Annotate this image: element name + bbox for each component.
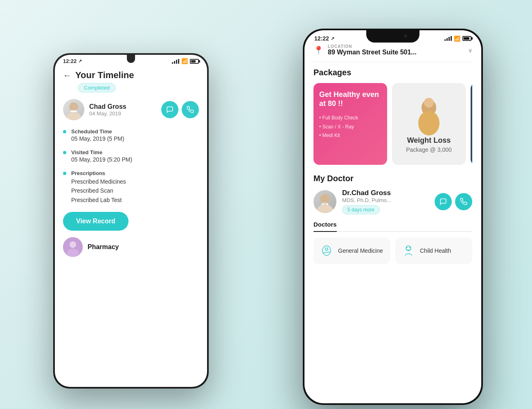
android-notch [127, 55, 135, 63]
svg-point-17 [410, 247, 411, 248]
prescription-item-3: Prescribed Lab Test [71, 196, 199, 204]
timeline-dot-3 [63, 172, 66, 175]
phone-button[interactable] [182, 101, 199, 118]
android-phone: 12:22 ↗ 📶 ← Your Timel [53, 53, 209, 389]
doctors-tab-bar: Doctors [313, 221, 472, 232]
location-address: 89 Wyman Street Suite 501... [328, 49, 464, 56]
visited-time-item: Visited Time 05 May, 2019 (5:20 PM) [63, 149, 199, 163]
prescriptions-label: Prescriptions [71, 170, 199, 176]
iphone-screen: 12:22 ↗ 📶 📍 [304, 30, 481, 403]
package-healthy-title: Get Healthy even at 80 !! [319, 90, 381, 108]
svg-point-11 [320, 194, 330, 204]
general-medicine-label: General Medicine [338, 247, 383, 254]
iphone-phone: 12:22 ↗ 📶 📍 [303, 29, 483, 405]
status-badge: Completed [78, 83, 116, 92]
package-card-weight[interactable]: Weight Loss Package @ 3,000 [392, 83, 466, 165]
svg-point-1 [69, 102, 78, 111]
doctor-specialty: MDS, Ph.D, Pulmo... [342, 197, 429, 203]
package-card-flat[interactable]: FLAT 25 ON YOUR F +1 Coupon Co [471, 83, 472, 165]
doctor-date: 04 May, 2019 [89, 110, 156, 117]
svg-rect-13 [323, 202, 327, 206]
battery-icon [190, 59, 199, 64]
tab-doctors[interactable]: Doctors [313, 221, 337, 232]
android-status-icons: 📶 [172, 58, 199, 64]
scheduled-time-item: Scheduled Time 05 May, 2019 (5 PM) [63, 128, 199, 142]
weight-loss-figure [413, 95, 445, 136]
svg-point-5 [70, 241, 76, 248]
doctor-name-front: Dr.Chad Gross [342, 189, 429, 197]
timeline-dot-2 [63, 151, 66, 154]
package-item-2: Scan / X - Ray [319, 123, 381, 132]
view-record-button[interactable]: View Record [63, 212, 128, 231]
days-badge: 5 days more [342, 205, 380, 214]
scheduled-label: Scheduled Time [71, 128, 199, 135]
doctor-avatar [313, 190, 336, 213]
category-cards: General Medicine Child He [313, 238, 472, 264]
package-item-1: Full Body Check [319, 114, 381, 123]
child-health-card[interactable]: Child Health [395, 238, 472, 264]
iphone-battery-icon [462, 36, 471, 41]
back-button[interactable]: ← [63, 71, 71, 80]
svg-point-6 [67, 249, 79, 257]
child-health-label: Child Health [420, 247, 451, 254]
pharmacy-avatar [63, 237, 83, 257]
svg-point-9 [424, 98, 434, 108]
general-medicine-icon [319, 243, 334, 258]
package-item-3: Medi Kit [319, 131, 381, 140]
android-screen-content: ← Your Timeline Completed [55, 66, 207, 380]
action-buttons [161, 101, 199, 118]
chevron-down-icon[interactable]: ∨ [468, 47, 472, 54]
doctor-phone-button[interactable] [455, 193, 472, 210]
iphone-time: 12:22 ↗ [314, 35, 334, 42]
my-doctor-title: My Doctor [313, 174, 472, 183]
iphone-signal-icon [444, 36, 452, 41]
location-label: LOCATION [328, 44, 464, 49]
child-health-icon [401, 243, 416, 258]
pharmacy-section: Pharmacy [63, 237, 199, 257]
prescriptions-list: Prescribed Medicines Prescribed Scan Pre… [71, 177, 199, 204]
visited-value: 05 May, 2019 (5:20 PM) [71, 156, 199, 163]
doctor-name: Chad Gross [89, 103, 156, 110]
my-doctor-section: My Doctor Dr.Chad Gross [313, 174, 472, 214]
package-card-healthy[interactable]: Get Healthy even at 80 !! Full Body Chec… [313, 83, 387, 165]
package-weight-price: Package @ 3,000 [399, 146, 459, 153]
doctor-card: Chad Gross 04 May, 2019 [63, 99, 199, 120]
page-title: Your Timeline [75, 70, 134, 81]
svg-point-14 [325, 248, 328, 250]
avatar [63, 99, 84, 120]
timeline-header: ← Your Timeline [63, 70, 199, 81]
doctor-message-button[interactable] [435, 193, 452, 210]
message-button[interactable] [161, 101, 178, 118]
prescription-item-2: Prescribed Scan [71, 186, 199, 195]
package-healthy-items: Full Body Check Scan / X - Ray Medi Kit [319, 114, 381, 140]
svg-point-8 [418, 111, 440, 135]
iphone-screen-content: 📍 LOCATION 89 Wyman Street Suite 501... … [304, 44, 481, 397]
visited-label: Visited Time [71, 149, 199, 155]
svg-point-16 [406, 247, 408, 248]
general-medicine-card[interactable]: General Medicine [313, 238, 390, 264]
pharmacy-label: Pharmacy [88, 243, 119, 251]
packages-carousel: Get Healthy even at 80 !! Full Body Chec… [313, 83, 472, 165]
location-section[interactable]: 📍 LOCATION 89 Wyman Street Suite 501... … [313, 44, 472, 62]
prescriptions-item: Prescriptions Prescribed Medicines Presc… [63, 170, 199, 204]
android-time: 12:22 ↗ [63, 58, 82, 64]
iphone-wifi-icon: 📶 [454, 36, 460, 42]
phones-container: 12:22 ↗ 📶 ← Your Timel [41, 20, 491, 389]
svg-rect-2 [70, 110, 77, 112]
location-text: LOCATION 89 Wyman Street Suite 501... [328, 44, 464, 56]
camera-icon [404, 34, 407, 38]
wifi-icon: 📶 [181, 58, 188, 64]
android-screen: 12:22 ↗ 📶 ← Your Timel [55, 55, 207, 387]
location-pin-icon: 📍 [313, 45, 324, 55]
prescription-item-1: Prescribed Medicines [71, 177, 199, 186]
iphone-status-icons: 📶 [444, 36, 471, 42]
package-weight-title: Weight Loss [399, 136, 459, 145]
doctor-info-front: Dr.Chad Gross MDS, Ph.D, Pulmo... 5 days… [342, 189, 429, 214]
packages-title: Packages [313, 68, 472, 77]
iphone-notch [366, 30, 419, 43]
scheduled-value: 05 May, 2019 (5 PM) [71, 135, 199, 142]
doctor-action-buttons [435, 193, 472, 210]
doctor-info: Chad Gross 04 May, 2019 [89, 103, 156, 117]
my-doctor-card: Dr.Chad Gross MDS, Ph.D, Pulmo... 5 days… [313, 189, 472, 214]
signal-icon [172, 59, 179, 64]
